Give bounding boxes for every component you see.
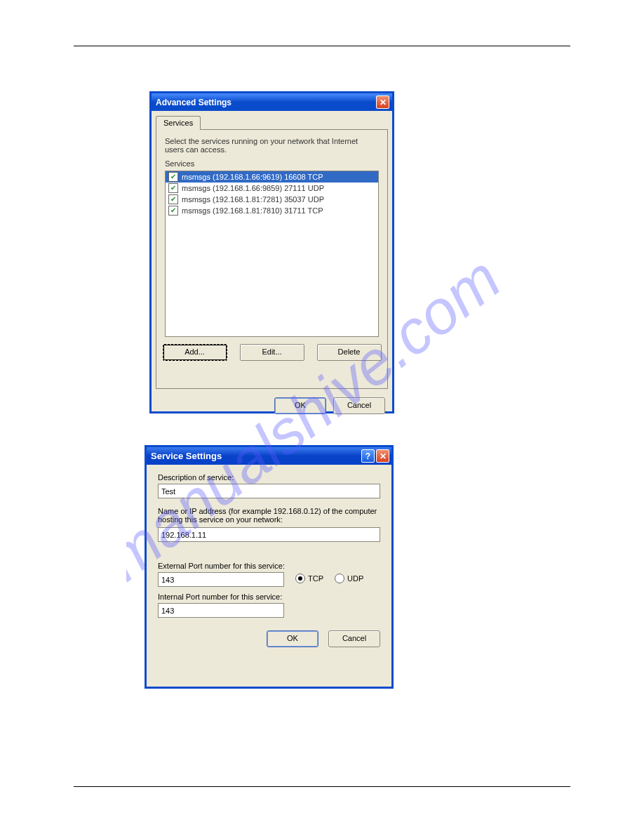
list-item-label: msmsgs (192.168.1.81:7810) 31711 TCP [182,206,323,215]
radio-icon[interactable] [295,574,305,583]
checkbox-icon[interactable]: ✔ [168,194,178,204]
title-text: Advanced Settings [156,98,232,107]
list-item-label: msmsgs (192.168.1.66:9859) 27111 UDP [182,184,324,192]
list-item[interactable]: ✔ msmsgs (192.168.1.81:7810) 31711 TCP [166,205,378,216]
tab-body: Select the services running on your netw… [156,129,388,389]
ok-button[interactable]: OK [267,630,318,647]
label-description: Description of service: [158,473,380,482]
label-external-port: External Port number for this service: [158,562,380,570]
page-rule-top [74,46,570,46]
tab-services[interactable]: Services [156,116,201,130]
radio-label: UDP [347,574,363,583]
radio-udp[interactable]: UDP [335,574,363,583]
services-label: Services [165,159,379,168]
titlebar[interactable]: Advanced Settings ✕ [152,93,392,111]
dialog-body: Description of service: Name or IP addre… [147,465,391,625]
host-input[interactable] [158,527,380,542]
advanced-settings-dialog: Advanced Settings ✕ Services Select the … [149,91,394,413]
delete-button[interactable]: Delete [317,344,382,361]
list-item[interactable]: ✔ msmsgs (192.168.1.81:7281) 35037 UDP [166,194,378,205]
cancel-button[interactable]: Cancel [333,397,385,414]
checkbox-icon[interactable]: ✔ [168,172,178,182]
external-port-input[interactable] [158,572,284,587]
label-host: Name or IP address (for example 192.168.… [158,507,380,524]
list-item[interactable]: ✔ msmsgs (192.168.1.66:9619) 16608 TCP [166,171,378,183]
services-list[interactable]: ✔ msmsgs (192.168.1.66:9619) 16608 TCP ✔… [165,171,379,337]
page-rule-bottom [74,786,570,787]
list-item[interactable]: ✔ msmsgs (192.168.1.66:9859) 27111 UDP [166,183,378,194]
instruction-text: Select the services running on your netw… [165,137,379,154]
checkbox-icon[interactable]: ✔ [168,183,178,193]
label-internal-port: Internal Port number for this service: [158,593,380,601]
service-settings-dialog: Service Settings ? ✕ Description of serv… [145,445,394,689]
edit-button[interactable]: Edit... [240,344,304,361]
list-item-label: msmsgs (192.168.1.81:7281) 35037 UDP [182,195,324,204]
radio-icon[interactable] [335,574,344,583]
titlebar[interactable]: Service Settings ? ✕ [147,447,391,465]
tab-strip: Services [152,111,392,129]
internal-port-input[interactable] [158,603,284,618]
cancel-button[interactable]: Cancel [328,630,380,647]
close-icon[interactable]: ✕ [376,95,389,109]
radio-label: TCP [308,574,323,583]
list-item-label: msmsgs (192.168.1.66:9619) 16608 TCP [182,173,323,181]
description-input[interactable] [158,484,380,498]
radio-tcp[interactable]: TCP [295,574,323,583]
title-text: Service Settings [151,451,222,461]
checkbox-icon[interactable]: ✔ [168,206,178,216]
close-icon[interactable]: ✕ [376,449,389,463]
help-icon[interactable]: ? [361,449,375,463]
add-button[interactable]: Add... [163,344,227,361]
ok-button[interactable]: OK [274,397,326,414]
